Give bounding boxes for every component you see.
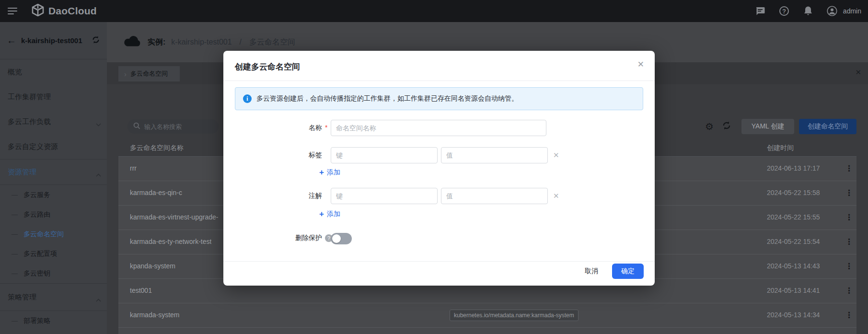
modal-header-divider [223,81,655,81]
sidebar-item-deployment-policy[interactable]: — 部署策略 [0,311,107,331]
app-screen: DaoCloud ? [0,0,868,334]
search-box [127,119,219,134]
column-header-name: 多云命名空间名称 [130,144,184,152]
add-label-text: 添加 [327,168,340,177]
kebab-menu-icon[interactable]: ⋮ [845,188,853,198]
row-created: 2024-06-13 17:17 [767,164,820,172]
table-row[interactable]: karmada-system kubernetes.io/metadata.na… [118,303,856,328]
row-created: 2024-05-22 15:58 [767,189,820,196]
tabbar-close-icon[interactable]: ✕ [855,68,861,77]
hamburger-menu-icon[interactable] [8,6,18,16]
sidebar-item-label: 多云密钥 [23,269,50,278]
breadcrumb-separator: / [238,38,243,46]
kebab-menu-icon[interactable]: ⋮ [845,310,853,320]
yaml-create-button[interactable]: YAML 创建 [741,119,794,134]
sidebar: ← k-kairship-test001 概览 工作集群管理 多云工作负载 [0,22,107,334]
sidebar-section-policy-mgmt[interactable]: 策略管理 [0,283,107,311]
add-annotation-link[interactable]: + 添加 [319,209,340,219]
sidebar-item-multicloud-services[interactable]: — 多云服务 [0,185,107,205]
row-created: 2024-05-13 14:41 [767,287,820,294]
info-alert: i 多云资源创建后，会自动传播指定的工作集群，如工作集群已存在同名资源会自动纳管… [235,87,643,110]
sidebar-item-label: 多云配置项 [23,250,57,258]
remove-annotation-row-icon[interactable]: ✕ [553,192,559,200]
required-asterisk: * [325,124,327,131]
modal-close-icon[interactable]: ✕ [637,59,644,69]
daocloud-logo[interactable]: DaoCloud [32,4,97,18]
sidebar-item-multicloud-routes[interactable]: — 多云路由 [0,205,107,224]
name-field-label: 名称 [235,124,322,132]
chevron-up-icon [96,170,101,178]
dash-icon: — [12,230,18,238]
help-icon[interactable]: ? [779,6,789,16]
tab-label: 多云命名空间 [130,69,168,78]
namespace-name-input[interactable] [331,120,546,136]
add-annotation-text: 添加 [327,210,340,219]
topbar: DaoCloud ? [0,0,868,22]
chevron-down-icon [96,120,101,128]
sidebar-item-multicloud-custom-resources[interactable]: 多云自定义资源 [0,134,107,159]
label-value-input[interactable] [441,147,548,163]
kebab-menu-icon[interactable]: ⋮ [845,286,853,296]
create-namespace-modal: 创建多云命名空间 ✕ i 多云资源创建后，会自动传播指定的工作集群，如工作集群已… [223,51,655,286]
cloud-icon [123,35,142,50]
sidebar-item-multicloud-configmaps[interactable]: — 多云配置项 [0,244,107,264]
row-name: karmada-es-qin-c [130,189,182,196]
admin-username[interactable]: admin [843,7,861,15]
sidebar-section-resource-mgmt[interactable]: 资源管理 [0,159,107,185]
instance-label: 实例: [148,37,165,47]
confirm-button[interactable]: 确定 [612,264,644,279]
remove-label-row-icon[interactable]: ✕ [553,151,559,160]
sidebar-item-label: 工作集群管理 [8,92,51,102]
gear-icon[interactable]: ⚙ [705,121,714,132]
sidebar-item-work-cluster-mgmt[interactable]: 工作集群管理 [0,84,107,109]
plus-icon: + [319,168,324,177]
back-arrow-icon[interactable]: ← [7,35,16,46]
sidebar-item-label: 多云自定义资源 [8,142,58,151]
chevron-right-icon: › [124,70,127,78]
avatar-icon[interactable] [827,6,837,16]
label-key-input[interactable] [331,147,438,163]
dash-icon: — [12,211,18,218]
info-alert-text: 多云资源创建后，会自动传播指定的工作集群，如工作集群已存在同名资源会自动纳管。 [256,94,518,103]
label-chip: kubernetes.io/metadata.name:karmada-syst… [450,310,579,321]
sidebar-item-label: 多云路由 [23,210,50,219]
search-input[interactable] [144,123,211,130]
logo-text: DaoCloud [48,5,97,17]
refresh-icon[interactable] [722,121,731,132]
chat-icon[interactable] [755,6,765,16]
annotation-value-input[interactable] [441,188,548,204]
row-name: test001 [130,287,152,294]
delete-protection-toggle[interactable] [331,233,352,244]
dash-icon: — [12,250,18,257]
kebab-menu-icon[interactable]: ⋮ [845,163,853,173]
table-row[interactable]: default kubernetes.io/metadata.name:defa… [118,328,856,334]
toggle-knob [332,234,341,243]
kebab-menu-icon[interactable]: ⋮ [845,261,853,271]
row-created: 2024-05-22 15:55 [767,213,820,221]
sidebar-item-multicloud-secrets[interactable]: — 多云密钥 [0,264,107,283]
cluster-header: ← k-kairship-test001 [0,22,107,59]
sidebar-item-multicloud-workloads[interactable]: 多云工作负载 [0,109,107,134]
row-name: karmada-system [130,311,179,319]
dash-icon: — [12,270,18,277]
row-name: rrr [130,164,137,172]
sidebar-menu: 概览 工作集群管理 多云工作负载 多云自定义资源 资源管理 — [0,59,107,331]
annotations-field-label: 注解 [235,192,322,200]
bell-icon[interactable] [803,6,813,16]
tab-multicloud-namespaces[interactable]: › 多云命名空间 [118,66,180,81]
add-label-link[interactable]: + 添加 [319,168,340,177]
annotation-key-input[interactable] [331,188,438,204]
column-header-created: 创建时间 [767,144,794,152]
modal-title: 创建多云命名空间 [235,61,300,72]
sidebar-item-multicloud-namespaces[interactable]: — 多云命名空间 [0,224,107,244]
sidebar-item-overview[interactable]: 概览 [0,59,107,84]
create-namespace-button[interactable]: 创建命名空间 [799,119,856,134]
sync-icon[interactable] [92,35,100,46]
sidebar-item-label: 部署策略 [23,317,50,325]
search-icon [133,122,140,131]
row-name: karmada-es-ty-network-test [130,238,211,245]
kebab-menu-icon[interactable]: ⋮ [845,212,853,222]
kebab-menu-icon[interactable]: ⋮ [845,237,853,247]
instance-name[interactable]: k-kairship-test001 [171,38,231,46]
cancel-button[interactable]: 取消 [580,264,603,279]
